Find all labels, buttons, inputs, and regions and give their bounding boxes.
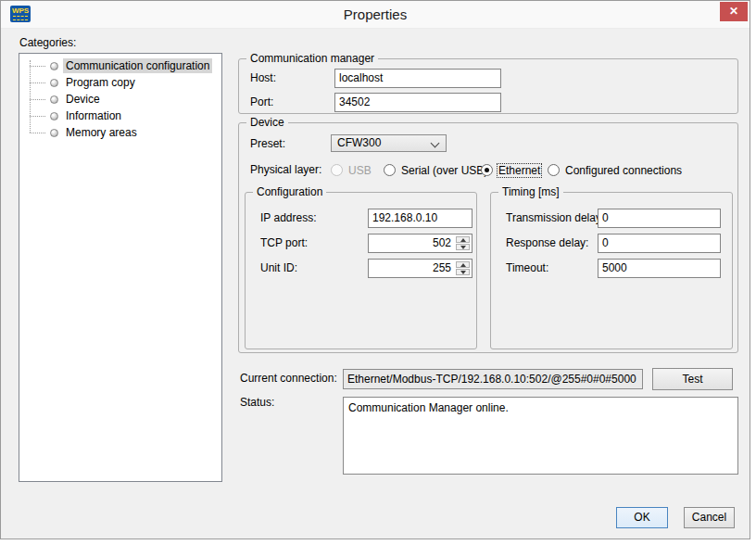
tree-connector: [30, 82, 45, 83]
unit-id-spinner: [456, 261, 470, 275]
test-button[interactable]: Test: [652, 368, 733, 390]
preset-dropdown-value: CFW300: [337, 136, 381, 149]
port-field[interactable]: 34502: [334, 93, 501, 112]
wps-app-icon: WPS: [10, 6, 31, 22]
configuration-group-title: Configuration: [253, 185, 326, 198]
tcp-port-spinner: [456, 236, 470, 250]
radio-serial-over-usb[interactable]: Serial (over USB): [384, 163, 488, 177]
response-delay-label: Response delay:: [506, 234, 588, 253]
tree-item-memory-areas[interactable]: Memory areas: [19, 124, 221, 141]
preset-dropdown[interactable]: CFW300: [331, 134, 447, 152]
tcp-port-value: 502: [433, 236, 451, 249]
window-title: Properties: [1, 1, 750, 28]
device-group-title: Device: [246, 116, 288, 129]
preset-label: Preset:: [250, 134, 285, 154]
unit-id-field[interactable]: 255: [368, 259, 472, 278]
tree-connector: [30, 66, 45, 67]
tree-connector: [30, 99, 45, 100]
transmission-delay-label: Transmission delay:: [506, 209, 604, 228]
device-group: Device Preset: CFW300 Physical layer: US…: [238, 122, 738, 353]
radio-usb-label: USB: [347, 164, 372, 177]
tree-bullet-icon: [50, 112, 58, 120]
close-icon[interactable]: ✕: [720, 2, 748, 21]
tree-item-label: Device: [63, 92, 103, 107]
categories-tree: Communication configuration Program copy…: [19, 54, 221, 141]
transmission-delay-field[interactable]: 0: [598, 209, 721, 228]
radio-ethernet-label: Ethernet: [498, 164, 541, 177]
host-label: Host:: [250, 69, 276, 88]
unit-id-value: 255: [433, 261, 451, 274]
radio-configured-connections[interactable]: Configured connections: [548, 163, 683, 177]
timing-group-title: Timing [ms]: [498, 185, 563, 198]
status-box: Communication Manager online.: [343, 397, 738, 475]
tree-item-label: Memory areas: [63, 125, 140, 140]
spin-up-icon[interactable]: [456, 236, 470, 243]
radio-ethernet[interactable]: Ethernet: [481, 163, 541, 177]
radio-serial-label: Serial (over USB): [400, 164, 488, 177]
categories-listbox: Communication configuration Program copy…: [19, 53, 222, 482]
communication-manager-group-title: Communication manager: [246, 52, 378, 65]
radio-button-icon: [548, 164, 560, 176]
spin-down-icon[interactable]: [456, 244, 470, 250]
tree-item-label: Communication configuration: [63, 58, 212, 73]
ip-address-field[interactable]: 192.168.0.10: [368, 209, 472, 228]
tree-bullet-icon: [50, 79, 58, 87]
tree-bullet-icon: [50, 95, 58, 104]
configuration-group: Configuration IP address: 192.168.0.10 T…: [245, 192, 477, 349]
host-field[interactable]: localhost: [334, 69, 501, 88]
timing-group: Timing [ms] Transmission delay: 0 Respon…: [490, 192, 733, 349]
response-delay-field[interactable]: 0: [598, 234, 721, 253]
tcp-port-field[interactable]: 502: [368, 234, 472, 253]
port-label: Port:: [250, 93, 273, 112]
ok-button[interactable]: OK: [616, 507, 668, 528]
current-connection-label: Current connection:: [240, 369, 337, 388]
tree-item-label: Information: [63, 108, 124, 123]
properties-dialog: WPS Properties ✕ Categories: Communicati…: [0, 0, 750, 539]
tree-item-information[interactable]: Information: [19, 108, 221, 124]
wps-app-icon-text: WPS: [12, 6, 29, 15]
physical-layer-label: Physical layer:: [250, 160, 321, 180]
tree-item-label: Program copy: [63, 75, 138, 90]
ip-address-label: IP address:: [260, 209, 316, 228]
unit-id-label: Unit ID:: [260, 259, 297, 278]
wps-app-icon-lines: [13, 16, 28, 20]
timeout-label: Timeout:: [506, 259, 548, 278]
spin-up-icon[interactable]: [456, 261, 470, 268]
tree-item-communication-configuration[interactable]: Communication configuration: [19, 57, 221, 74]
timeout-field[interactable]: 5000: [598, 259, 721, 278]
radio-usb: USB: [331, 163, 372, 177]
tree-item-program-copy[interactable]: Program copy: [19, 74, 221, 91]
communication-manager-group: Communication manager Host: localhost Po…: [238, 58, 738, 114]
chevron-down-icon: [431, 139, 440, 148]
spin-down-icon[interactable]: [456, 269, 470, 275]
tree-connector: [30, 116, 45, 117]
tree-item-device[interactable]: Device: [19, 91, 221, 108]
tcp-port-label: TCP port:: [260, 234, 308, 253]
titlebar[interactable]: WPS Properties ✕: [1, 1, 750, 29]
radio-button-icon: [481, 164, 493, 176]
current-connection-field: Ethernet/Modbus-TCP/192.168.0.10:502/@25…: [343, 369, 643, 389]
radio-button-icon: [331, 164, 343, 176]
cancel-button[interactable]: Cancel: [684, 507, 735, 528]
tree-bullet-icon: [50, 62, 58, 70]
radio-button-icon: [384, 164, 396, 176]
radio-configured-label: Configured connections: [564, 164, 683, 177]
status-label: Status:: [240, 393, 274, 412]
tree-connector: [30, 133, 45, 133]
tree-bullet-icon: [50, 129, 58, 137]
categories-label: Categories:: [19, 36, 76, 49]
